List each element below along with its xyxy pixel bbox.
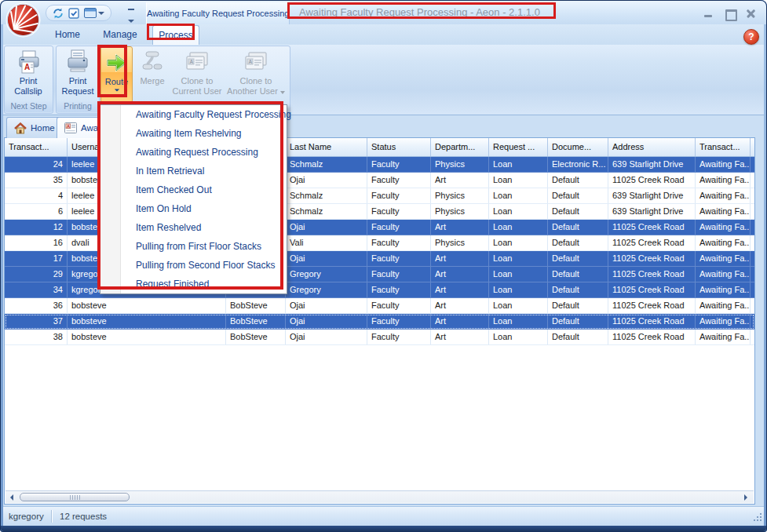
grid-cell: 11025 Creek Road bbox=[608, 298, 696, 313]
print-callslip-button[interactable]: A Print Callslip bbox=[6, 46, 50, 101]
grid-cell: bobsteve bbox=[68, 298, 226, 313]
grid-cell: 11025 Creek Road bbox=[608, 251, 696, 266]
column-header[interactable]: Transact... bbox=[696, 138, 751, 156]
clone-to-current-user-button[interactable]: A Clone to Current User bbox=[171, 46, 223, 101]
window-dropdown-icon[interactable] bbox=[98, 12, 104, 15]
ribbon-group-label: Next Step bbox=[5, 100, 53, 112]
ribbon-tab-home[interactable]: Home bbox=[46, 25, 89, 45]
grid-cell: 24 bbox=[5, 157, 68, 172]
title-bar: Awaiting Faculty Request Processing Awai… bbox=[1, 1, 766, 24]
help-button[interactable]: ? bbox=[743, 29, 759, 45]
merge-button[interactable]: Merge bbox=[137, 46, 168, 101]
route-button[interactable]: Route bbox=[100, 46, 133, 103]
grid-cell: Awaiting Fa... bbox=[696, 282, 751, 297]
grid-cell: BobSteve bbox=[226, 298, 286, 313]
scroll-left-icon[interactable] bbox=[10, 494, 13, 501]
grid-cell: 639 Starlight Drive bbox=[608, 157, 696, 172]
route-menu-item[interactable]: Awaiting Item Reshelving bbox=[122, 124, 287, 143]
status-request-count: 12 requests bbox=[60, 507, 107, 526]
grid-cell: 11025 Creek Road bbox=[608, 282, 696, 297]
grid-cell: Loan bbox=[489, 235, 548, 250]
grid-cell: Art bbox=[431, 173, 489, 188]
button-label: Route bbox=[105, 77, 128, 87]
clone-to-another-user-button[interactable]: A Clone to Another User bbox=[225, 46, 287, 101]
grid-cell: Loan bbox=[489, 220, 548, 235]
grid-cell: Loan bbox=[489, 251, 548, 266]
grid-cell: BobSteve bbox=[226, 314, 286, 329]
grid-cell: Loan bbox=[489, 282, 548, 297]
route-menu-item[interactable]: Item On Hold bbox=[122, 199, 287, 218]
column-header[interactable]: Address bbox=[608, 138, 696, 156]
document-tab-home[interactable]: Home bbox=[6, 117, 63, 138]
horizontal-scrollbar[interactable] bbox=[5, 490, 754, 503]
grid-cell: Awaiting Fa... bbox=[696, 157, 751, 172]
close-button[interactable] bbox=[745, 8, 758, 19]
grid-cell: Gregory bbox=[286, 267, 367, 282]
grid-cell: Faculty bbox=[367, 173, 431, 188]
ribbon-group-label: Printing bbox=[57, 100, 99, 112]
grid-cell: Loan bbox=[489, 173, 548, 188]
grid-cell: Faculty bbox=[367, 314, 431, 329]
grid-cell: BobSteve bbox=[226, 330, 286, 344]
grid-cell: Ojai bbox=[286, 330, 367, 344]
column-header[interactable]: Last Name bbox=[286, 138, 367, 156]
column-header[interactable]: Departm... bbox=[431, 138, 489, 156]
ribbon-tab-process[interactable]: Process bbox=[152, 25, 199, 45]
grid-cell: 11025 Creek Road bbox=[608, 267, 696, 282]
route-menu-item[interactable]: Item Reshelved bbox=[122, 218, 287, 237]
route-menu-item[interactable]: Pulling from First Floor Stacks bbox=[122, 237, 287, 256]
app-logo-icon[interactable] bbox=[5, 2, 41, 38]
approve-icon[interactable] bbox=[68, 8, 79, 19]
grid-cell: Loan bbox=[489, 267, 548, 282]
grid-cell: Art bbox=[431, 282, 489, 297]
route-menu-item[interactable]: Awaiting Faculty Request Processing bbox=[122, 105, 287, 124]
grid-cell: Default bbox=[548, 188, 608, 203]
sync-icon[interactable] bbox=[53, 8, 64, 19]
grid-cell: Awaiting Fa... bbox=[696, 330, 751, 344]
button-label-line2: Current User bbox=[173, 86, 222, 97]
route-menu-items: Awaiting Faculty Request ProcessingAwait… bbox=[100, 105, 287, 293]
request-card-icon: A bbox=[184, 48, 210, 76]
grid-cell: Schmalz bbox=[286, 204, 367, 219]
minimize-button[interactable] bbox=[703, 8, 715, 19]
route-menu-item[interactable]: Pulling from Second Floor Stacks bbox=[122, 256, 287, 275]
column-header[interactable]: Status bbox=[367, 138, 431, 156]
grid-cell: Art bbox=[431, 330, 489, 344]
grid-cell: Awaiting Fa... bbox=[696, 173, 751, 188]
link-icon bbox=[140, 48, 165, 76]
status-username: kgregory bbox=[9, 507, 44, 526]
button-label: Merge bbox=[140, 76, 164, 86]
route-menu-item[interactable]: Request Finished bbox=[122, 275, 287, 293]
grid-cell: Default bbox=[548, 282, 608, 297]
maximize-button[interactable] bbox=[724, 8, 736, 19]
grid-cell: Ojai bbox=[286, 251, 367, 266]
route-menu-item[interactable]: Item Checked Out bbox=[122, 180, 287, 199]
grid-cell: Default bbox=[548, 314, 608, 329]
button-label-line1: Print bbox=[20, 76, 38, 86]
grid-cell: 4 bbox=[5, 188, 68, 203]
grid-cell: 17 bbox=[5, 251, 68, 266]
scroll-right-icon[interactable] bbox=[744, 494, 747, 501]
grid-cell: Faculty bbox=[367, 157, 431, 172]
qat-overflow-button[interactable] bbox=[125, 7, 137, 18]
column-header[interactable]: Request ... bbox=[489, 138, 548, 156]
route-menu-item[interactable]: In Item Retrieval bbox=[122, 162, 287, 180]
grid-row[interactable]: 37bobsteveBobSteveOjaiFacultyArtLoanDefa… bbox=[5, 314, 754, 330]
grid-cell: Ojai bbox=[286, 298, 367, 313]
route-menu-item[interactable]: Awaiting Request Processing bbox=[122, 143, 287, 162]
house-icon bbox=[14, 122, 27, 134]
print-request-button[interactable]: Print Request bbox=[57, 46, 98, 101]
window-icon[interactable] bbox=[84, 8, 104, 18]
column-header[interactable]: Docume... bbox=[548, 138, 608, 156]
grid-cell: Ojai bbox=[286, 220, 367, 235]
svg-text:A: A bbox=[190, 59, 194, 64]
scrollbar-thumb[interactable] bbox=[20, 493, 130, 501]
ribbon-tab-manage[interactable]: Manage bbox=[94, 25, 146, 45]
grid-row[interactable]: 38bobsteveBobSteveOjaiFacultyArtLoanDefa… bbox=[5, 330, 754, 345]
button-label-line2: Callslip bbox=[14, 86, 42, 97]
button-label-line2: Another User bbox=[227, 86, 285, 97]
column-header[interactable]: Transact... bbox=[5, 138, 68, 156]
thumb-grip-icon bbox=[70, 495, 80, 500]
resize-grip-icon[interactable] bbox=[760, 519, 762, 521]
grid-row[interactable]: 36bobsteveBobSteveOjaiFacultyArtLoanDefa… bbox=[5, 298, 754, 314]
